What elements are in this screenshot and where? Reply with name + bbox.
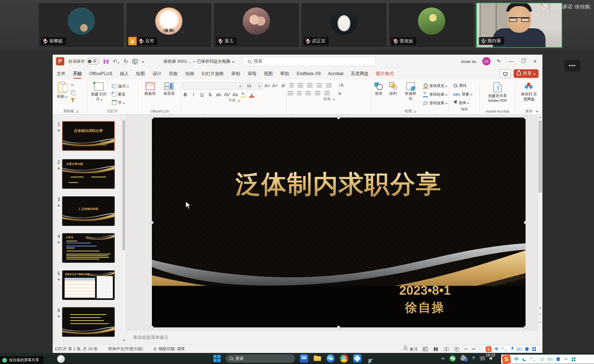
tray-overflow-icon[interactable] (441, 357, 445, 361)
chrome-browser-icon[interactable] (340, 354, 348, 363)
find-button[interactable]: 查找 (452, 82, 478, 89)
participant-tile[interactable]: (偷 瞄) 吕芳 (126, 3, 212, 48)
document-title[interactable]: 徐自操 2023.... • 已保存到这台电脑 (164, 55, 234, 68)
clock[interactable]: 19:22 (486, 353, 495, 357)
cloud-sync-tray-icon[interactable] (460, 357, 467, 361)
restore-button[interactable] (521, 60, 525, 63)
tab-endnote[interactable]: EndNote X9 (297, 68, 320, 80)
scroll-down-icon[interactable]: ▼ (538, 306, 542, 309)
previous-slide-icon[interactable]: ⏶ (538, 312, 542, 316)
slide-thumbnail-2[interactable]: 主要分享内容 (62, 159, 115, 189)
highlight-color-icon[interactable] (241, 93, 246, 97)
tab-draw[interactable]: 绘图 (136, 68, 145, 80)
slideshow-from-start-icon[interactable] (132, 59, 137, 63)
slide-thumbnail-3[interactable]: 1. 泛体制内求职 (62, 196, 115, 226)
powerpoint-app-icon[interactable]: P (56, 57, 64, 65)
format-painter-icon[interactable] (70, 97, 75, 102)
section-button[interactable]: 节 (111, 100, 129, 106)
ime-screenshot-icon[interactable]: ✂ (564, 356, 568, 362)
feedback-pen-icon[interactable]: ✎ (496, 58, 501, 65)
notes-toggle-button[interactable]: 备注 (403, 347, 418, 352)
participant-tile[interactable]: 武正宜 (301, 3, 387, 48)
convert-smartart-icon[interactable]: ⇲ (336, 91, 342, 96)
search-input[interactable]: 搜索 (243, 57, 376, 66)
ime-chinese-mode-icon[interactable]: 中 (514, 356, 519, 362)
edge-browser-icon[interactable] (327, 354, 335, 363)
select-button[interactable]: 选择 (452, 100, 478, 106)
ime-emoji-icon[interactable] (540, 357, 544, 361)
change-case-icon[interactable]: Aa (232, 92, 238, 97)
widgets-icon[interactable] (300, 354, 308, 363)
align-center-icon[interactable] (297, 91, 302, 95)
mic-muted-icon[interactable] (541, 4, 546, 9)
tab-view[interactable]: 视图 (264, 68, 273, 80)
selection-handle[interactable] (151, 116, 154, 119)
tab-help[interactable]: 帮助 (280, 68, 289, 80)
increase-indent-icon[interactable] (317, 83, 322, 88)
sogou-logo-icon[interactable]: S (502, 355, 511, 364)
bullets-icon[interactable] (289, 83, 294, 88)
ime-punctuation-icon[interactable]: °， (530, 356, 537, 362)
clipboard-dialog-launcher[interactable] (76, 110, 78, 113)
char-spacing-icon[interactable]: AV (224, 92, 230, 97)
tab-slideshow[interactable]: 幻灯片放映 (202, 68, 224, 80)
grow-font-icon[interactable]: A˄ (264, 83, 270, 88)
slide-thumbnail-4[interactable]: 公务员 (62, 233, 115, 263)
slide-counter[interactable]: 幻灯片 第 1 张, 共 14 张 (55, 346, 98, 352)
line-spacing-icon[interactable] (326, 83, 332, 88)
arrange-button[interactable]: 排列 (387, 81, 399, 97)
font-color-icon[interactable]: A (249, 93, 254, 97)
ime-keyboard-icon[interactable] (548, 358, 552, 361)
align-right-icon[interactable] (305, 91, 311, 95)
ime-skin-icon[interactable] (525, 347, 529, 351)
account-avatar[interactable]: ZX (482, 57, 491, 65)
save-to-baidu-button[interactable]: 保存到 百度网盘 (518, 81, 539, 103)
ime-chinese-mode-icon[interactable]: 中 (494, 347, 499, 352)
windows-start-icon[interactable] (213, 355, 221, 362)
notes-pane[interactable]: 单击此处添加备注 (126, 330, 538, 345)
participant-tile[interactable]: 徐卿妮 (38, 3, 124, 48)
text-direction-icon[interactable]: ↕A (338, 83, 344, 88)
tab-transitions[interactable]: 切换 (169, 68, 178, 80)
reading-view-button[interactable] (443, 346, 449, 352)
columns-icon[interactable] (324, 91, 330, 95)
zoom-out-icon[interactable] (464, 349, 468, 349)
photos-app-icon[interactable] (353, 354, 361, 363)
participant-tile[interactable]: 显儿 (213, 3, 299, 48)
vertical-scrollbar[interactable]: ▲ ▼ ⏶ ⏷ (538, 114, 542, 345)
save-icon[interactable] (104, 59, 108, 64)
tab-file[interactable]: 文件 (57, 68, 65, 80)
italic-icon[interactable]: I (191, 92, 196, 97)
sogou-logo-icon[interactable]: S (485, 346, 492, 352)
tab-insert[interactable]: 插入 (120, 68, 129, 80)
close-button[interactable]: × (531, 58, 539, 65)
shadow-icon[interactable]: ab (216, 92, 221, 97)
selection-handle[interactable] (337, 326, 340, 329)
cut-icon[interactable] (70, 83, 75, 88)
share-button[interactable]: 共享 (514, 69, 539, 78)
slide-thumbnail-6[interactable] (62, 307, 115, 337)
tab-design[interactable]: 设计 (152, 68, 161, 80)
copy-icon[interactable] (70, 90, 75, 95)
ime-voice-icon[interactable] (511, 347, 514, 351)
paragraph-dialog-launcher[interactable] (332, 98, 335, 100)
slideshow-view-button[interactable] (454, 346, 460, 352)
selection-handle[interactable] (524, 326, 527, 329)
page-library-button[interactable]: 单页库 (162, 81, 177, 97)
shape-fill-button[interactable]: 形状填充 (422, 83, 448, 89)
customize-qat-icon[interactable] (141, 60, 144, 63)
tab-baidu-pan[interactable]: 百度网盘 (351, 68, 369, 80)
numbering-icon[interactable] (298, 83, 303, 88)
shapes-button[interactable]: 形状 (373, 81, 384, 97)
zoom-slider[interactable] (472, 349, 475, 349)
clear-formatting-icon[interactable]: A̸ (280, 83, 285, 88)
ime-punctuation-icon[interactable]: °， (502, 347, 508, 352)
comments-button[interactable] (500, 69, 511, 78)
decrease-indent-icon[interactable] (307, 83, 313, 88)
tab-review[interactable]: 审阅 (248, 68, 256, 80)
tab-animations[interactable]: 动画 (185, 68, 194, 80)
taskbar-search-input[interactable]: 搜索 (226, 355, 295, 363)
reset-button[interactable]: 重置 (111, 91, 129, 98)
ime-toolbox-icon[interactable] (532, 347, 536, 351)
font-dialog-launcher[interactable] (237, 99, 240, 102)
